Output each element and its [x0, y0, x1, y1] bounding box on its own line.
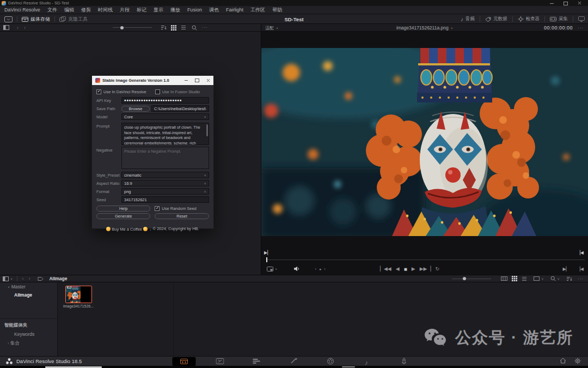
dialog-minimize-button[interactable] [185, 80, 188, 81]
bin-tag-icon[interactable] [38, 276, 44, 281]
buy-me-a-coffee-text[interactable]: Buy Me a Coffee [112, 227, 142, 232]
home-icon[interactable] [560, 358, 566, 364]
page-media[interactable] [173, 357, 196, 366]
menu-item[interactable]: 修剪 [81, 7, 91, 14]
aspect-ratio-dropdown[interactable]: 16:9 ∨ [121, 180, 209, 186]
model-dropdown[interactable]: Core ∨ [121, 113, 209, 120]
taskbar-item[interactable] [342, 366, 355, 367]
forward-button[interactable]: › [24, 25, 26, 31]
viewer-mode-dropdown[interactable]: ∨ [267, 267, 277, 272]
sort-icon[interactable] [161, 25, 167, 30]
negative-textarea[interactable]: Please Enter a Negative Prompt. [121, 147, 209, 169]
api-key-input[interactable]: ●●●●●●●●●●●●●●●●●●●●●●●● [121, 97, 209, 104]
page-color[interactable] [327, 358, 334, 365]
menu-item[interactable]: 标记 [137, 7, 146, 14]
bin-master[interactable]: ∨ Master [8, 284, 26, 289]
menu-item[interactable]: Fairlight [226, 7, 243, 13]
mark-in-icon[interactable]: ▶▏ [264, 246, 271, 256]
filmstrip-view-icon[interactable] [501, 276, 507, 281]
menu-item[interactable]: 播放 [170, 7, 180, 14]
pool-panel-toggle-icon[interactable] [3, 276, 9, 281]
last-frame-button[interactable]: ▶▶▕ [420, 266, 431, 272]
help-button[interactable]: Help [96, 206, 150, 212]
pool-thumb-slider[interactable] [452, 279, 491, 279]
clone-tool-button[interactable]: 克隆工具 [59, 16, 88, 23]
pool-forward-button[interactable]: › [28, 276, 30, 281]
play-reverse-button[interactable]: ◀ [396, 266, 400, 272]
menu-item[interactable]: 编辑 [64, 7, 74, 14]
generate-button[interactable]: Generate [96, 213, 150, 219]
save-path-input[interactable]: C:\Users\heiba\Desktop\test\ [151, 105, 209, 112]
use-random-seed-checkbox[interactable]: Use Random Seed [155, 206, 196, 211]
menu-item[interactable]: Fusion [187, 7, 202, 13]
pool-list-view-icon[interactable] [522, 276, 527, 281]
format-dropdown[interactable]: png ∨ [121, 188, 209, 195]
use-in-resolve-checkbox[interactable]: Use In DaVinci Resolve [96, 89, 155, 94]
menu-item[interactable]: 帮助 [272, 7, 282, 14]
playhead[interactable] [266, 257, 267, 262]
page-cut[interactable] [216, 358, 224, 364]
panel-select-button[interactable] [4, 16, 13, 22]
panel-toggle-icon[interactable] [3, 25, 9, 30]
seed-input[interactable]: 3417152621 [121, 196, 209, 203]
metadata-panel-button[interactable]: 元数据 [485, 16, 507, 22]
browse-button[interactable]: Browse [121, 106, 150, 112]
media-storage-button[interactable]: 媒体存储 [22, 16, 50, 23]
inspector-panel-button[interactable]: 检查器 [518, 16, 540, 22]
menu-item[interactable]: 时间线 [98, 7, 113, 14]
menu-item[interactable]: 片段 [120, 7, 130, 14]
taskbar-active-app[interactable] [45, 366, 102, 368]
cleanfeed-monitor-icon[interactable] [578, 16, 585, 22]
play-button[interactable]: ▶ [412, 266, 415, 272]
pool-sort-icon[interactable] [566, 276, 572, 281]
capture-panel-button[interactable]: 采集 [550, 16, 568, 22]
slider-knob[interactable] [463, 277, 466, 280]
page-edit[interactable] [253, 358, 261, 364]
back-button[interactable]: ‹ [17, 25, 19, 31]
bin-keywords[interactable]: Keywords [14, 331, 34, 337]
menu-item[interactable]: 工作区 [250, 7, 265, 14]
reset-button[interactable]: Reset [155, 213, 209, 219]
search-icon[interactable] [192, 25, 197, 31]
clip-thumbnail[interactable] [65, 286, 92, 303]
thumbnail-size-slider[interactable] [113, 27, 152, 28]
bin-collections[interactable]: › 集合 [8, 340, 20, 347]
loop-button[interactable]: ↻ [435, 266, 439, 272]
scrollbar[interactable] [206, 124, 208, 136]
first-frame-button[interactable]: ▏◀◀ [380, 266, 391, 272]
goto-in-icon[interactable]: ▶▏ [562, 267, 569, 272]
options-icon[interactable]: ··· [202, 25, 208, 30]
stop-button[interactable]: ■ [404, 266, 407, 272]
pool-filter-dropdown[interactable]: ∨ [534, 276, 543, 281]
menu-item[interactable]: DaVinci Resolve [4, 7, 40, 13]
viewer-zoom-dropdown[interactable]: 适配 ∨ [265, 24, 278, 32]
menu-item[interactable]: 显示 [154, 7, 163, 14]
audio-panel-button[interactable]: ♪ 音频 [461, 16, 475, 22]
use-in-fusion-checkbox[interactable]: Use In Fusion Studio [155, 89, 200, 94]
slider-knob[interactable] [120, 26, 124, 29]
viewer-options-icon[interactable]: ··· [578, 26, 584, 31]
chevron-down-icon[interactable]: ∨ [10, 277, 13, 280]
dialog-maximize-button[interactable] [195, 79, 199, 82]
dialog-title-bar[interactable]: Stable Image Generate Version 1.0 [92, 76, 213, 85]
grid-view-icon[interactable] [171, 25, 176, 31]
minimize-button[interactable] [550, 3, 554, 4]
close-button[interactable] [578, 1, 581, 5]
menu-item[interactable]: 文件 [47, 7, 57, 14]
viewer-scrubber[interactable] [266, 260, 585, 260]
style-preset-dropdown[interactable]: cinematic ∨ [121, 172, 209, 178]
dialog-close-button[interactable] [206, 79, 210, 82]
maximize-button[interactable] [564, 2, 568, 5]
pool-options-icon[interactable]: ··· [578, 276, 584, 281]
viewer-image[interactable] [261, 48, 588, 236]
prompt-textarea[interactable]: close-up photographic portrait of clown.… [121, 123, 209, 145]
page-fusion[interactable] [290, 358, 298, 364]
pool-back-button[interactable]: ‹ [22, 276, 23, 281]
page-deliver[interactable] [401, 358, 407, 364]
pool-search-dropdown[interactable]: ∨ [550, 276, 560, 281]
bin-aiimage[interactable]: AIImage [14, 292, 32, 298]
settings-gear-icon[interactable] [574, 358, 581, 364]
list-view-icon[interactable] [181, 25, 186, 30]
volume-icon[interactable] [293, 266, 301, 272]
goto-out-icon[interactable]: ▕◀ [577, 267, 584, 272]
